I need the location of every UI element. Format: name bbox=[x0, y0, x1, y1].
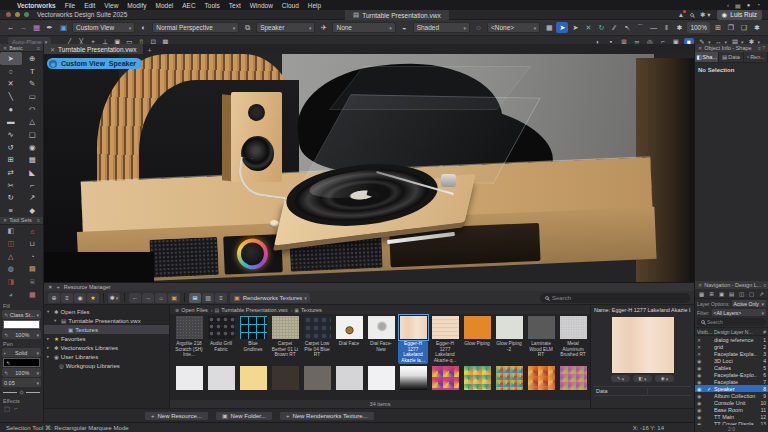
texture-item[interactable] bbox=[302, 366, 332, 390]
preview-option-button[interactable]: ◉▾ bbox=[655, 375, 674, 382]
pen-opacity-dropdown[interactable]: ↰100%▾ bbox=[2, 368, 41, 377]
rm-nav-icon[interactable]: → bbox=[142, 293, 154, 303]
toolset-button[interactable]: ◍ bbox=[0, 263, 22, 276]
navigation-mode-icon[interactable]: ◫ bbox=[737, 290, 746, 298]
clip-cube-icon[interactable]: ✈ bbox=[318, 23, 329, 32]
resource-manager-header[interactable]: ✕ + Resource Manager bbox=[44, 283, 694, 291]
tool-button[interactable]: ◉ bbox=[22, 141, 44, 154]
fill-opacity-dropdown[interactable]: ↰100%▾ bbox=[2, 330, 41, 339]
visibility-icon[interactable]: ◉ bbox=[697, 407, 707, 413]
toolbar-icon[interactable]: ← bbox=[5, 23, 16, 32]
notification-icon[interactable]: ▲ bbox=[678, 11, 684, 18]
breadcrumb-item[interactable]: › ▣ Textures bbox=[291, 307, 322, 313]
tool-button[interactable]: ≡ bbox=[0, 204, 22, 217]
layer-search-input[interactable]: Search bbox=[697, 318, 766, 326]
navigation-mode-icon[interactable]: ⊞ bbox=[707, 290, 716, 298]
texture-item[interactable]: Egger-H 1277 Lakeland Akazie-q... bbox=[430, 316, 460, 364]
tool-button[interactable]: ▬ bbox=[0, 115, 22, 128]
status-icon[interactable]: ▤ bbox=[735, 2, 741, 9]
preview-option-button[interactable]: ◧▾ bbox=[633, 375, 652, 382]
drawing-viewport[interactable]: ◎ Custom View Speaker bbox=[44, 54, 694, 282]
tree-item[interactable]: ▸ ✱ Vectorworks Libraries bbox=[44, 343, 169, 352]
rm-nav-icon[interactable]: ⌂ bbox=[155, 293, 167, 303]
menu-item[interactable]: Model bbox=[156, 2, 174, 9]
rm-action-button[interactable]: ▣ New Folder... bbox=[215, 411, 273, 421]
layer-row[interactable]: ✕ Faceplate Expla... 3 bbox=[695, 350, 768, 357]
view-toggle-icon[interactable]: ▥ bbox=[202, 293, 214, 303]
toolset-button[interactable]: ◫ bbox=[0, 238, 22, 251]
visibility-icon[interactable]: ◉ bbox=[697, 386, 707, 392]
fill-color-swatch[interactable] bbox=[3, 320, 40, 329]
filter-dropdown[interactable]: <All Layers>▾ bbox=[712, 309, 767, 316]
document-tab[interactable]: ✕ Turntable Presentation.vwx bbox=[44, 44, 144, 54]
close-window-icon[interactable] bbox=[6, 12, 11, 17]
projection-dropdown[interactable]: Normal Perspective▾ bbox=[152, 22, 239, 33]
saved-view-icon[interactable]: ▣ bbox=[58, 23, 69, 32]
render-mode-icon[interactable]: ◒ bbox=[399, 23, 410, 32]
view-tool-icon[interactable]: ✱ bbox=[673, 22, 685, 33]
tool-button[interactable]: ▢ bbox=[22, 128, 44, 141]
tool-button[interactable]: ✕ bbox=[0, 77, 22, 90]
view-tool-icon[interactable]: ▦ bbox=[543, 22, 555, 33]
texture-item[interactable]: Glow Piping bbox=[462, 316, 492, 364]
new-tab-button[interactable]: + bbox=[144, 47, 156, 54]
menu-item[interactable]: View bbox=[104, 2, 118, 9]
toolbar-icon[interactable]: ▦ bbox=[31, 23, 42, 32]
texture-item[interactable]: Dial Face-New bbox=[366, 316, 396, 364]
tool-button[interactable]: ⇄ bbox=[0, 166, 22, 179]
navigation-mode-icon[interactable]: ▤ bbox=[727, 290, 736, 298]
tree-item[interactable]: ▣ Textures bbox=[44, 325, 169, 334]
rm-action-button[interactable]: + New Renderworks Texture... bbox=[279, 411, 375, 421]
menu-item[interactable]: Text bbox=[229, 2, 241, 9]
view-tool-icon[interactable]: ✕ bbox=[582, 22, 594, 33]
visibility-icon[interactable]: ✕ bbox=[697, 337, 707, 343]
navigation-mode-icon[interactable]: ⇗ bbox=[757, 290, 766, 298]
texture-item[interactable] bbox=[238, 366, 268, 390]
toolbar-icon[interactable]: ✒ bbox=[44, 23, 55, 32]
close-icon[interactable]: ✕ bbox=[698, 282, 702, 288]
tool-button[interactable]: T bbox=[22, 65, 44, 78]
tool-button[interactable]: ➤ bbox=[0, 52, 22, 65]
layer-row[interactable]: ✕ dialog reference 1 bbox=[695, 336, 768, 343]
tree-item[interactable]: ◎ Workgroup Libraries bbox=[44, 361, 169, 370]
texture-item[interactable]: Carpet Berber 01 Lt Brown RT bbox=[270, 316, 300, 364]
layer-row[interactable]: ◉ Cables 5 bbox=[695, 364, 768, 371]
view-toggle-icon[interactable]: ⊞ bbox=[189, 293, 201, 303]
texture-item[interactable]: Argolite 218 Scratch (SH) Inte... bbox=[174, 316, 204, 364]
tool-button[interactable]: ✂ bbox=[0, 179, 22, 192]
status-icon[interactable]: ● bbox=[747, 2, 751, 9]
toolset-button[interactable]: ◔ bbox=[22, 250, 44, 263]
tool-button[interactable]: ◠ bbox=[22, 103, 44, 116]
projection-icon[interactable]: ◐ bbox=[138, 23, 149, 32]
navigation-header[interactable]: ✕ Navigation - Design L... ≡ ? bbox=[695, 281, 768, 289]
status-icon[interactable]: ◔ bbox=[756, 2, 760, 9]
line-weight-dropdown[interactable]: 0.05▾ bbox=[2, 378, 41, 387]
tool-button[interactable]: ◣ bbox=[22, 166, 44, 179]
view-tool-icon[interactable]: ‖ bbox=[660, 22, 672, 33]
user-account-button[interactable]: ◉ Luis Ruiz bbox=[717, 10, 762, 20]
zoom-level-box[interactable]: 100% bbox=[687, 22, 710, 33]
texture-item[interactable]: Blue Gridlines bbox=[238, 316, 268, 364]
texture-item[interactable] bbox=[462, 366, 492, 390]
render-mode-dropdown[interactable]: Shaded▾ bbox=[413, 22, 470, 33]
breadcrumb-item[interactable]: › ▤ Turntable Presentation.vwx bbox=[211, 307, 288, 313]
tool-button[interactable]: ◆ bbox=[22, 204, 44, 217]
texture-item[interactable] bbox=[334, 366, 364, 390]
texture-item[interactable]: Audio Grill Fabric bbox=[206, 316, 236, 364]
status-icon[interactable]: ‹ bbox=[727, 2, 729, 9]
visibility-icon[interactable]: ✕ bbox=[697, 344, 707, 350]
visibility-icon[interactable]: ◉ bbox=[697, 365, 707, 371]
texture-item[interactable] bbox=[430, 366, 460, 390]
view-tool-icon[interactable]: ↖ bbox=[621, 22, 633, 33]
navigation-mode-icon[interactable]: ▢ bbox=[747, 290, 756, 298]
layer-row[interactable]: ◉ Faceplate-Explo... 6 bbox=[695, 371, 768, 378]
settings-gear-icon[interactable]: ✱ ▾ bbox=[700, 11, 711, 19]
window-tool-icon[interactable]: ❐ bbox=[725, 22, 737, 33]
texture-item[interactable] bbox=[398, 366, 428, 390]
rm-toolbar-icon[interactable]: ⊕ bbox=[48, 293, 60, 303]
clip-cube-dropdown[interactable]: None▾ bbox=[332, 22, 395, 33]
tool-button[interactable]: ╲ bbox=[0, 90, 22, 103]
pen-color-swatch[interactable]: ↰ bbox=[3, 358, 40, 367]
object-info-tab[interactable]: ▤ Data bbox=[719, 52, 743, 62]
texture-item[interactable]: Glow Piping -2 bbox=[494, 316, 524, 364]
